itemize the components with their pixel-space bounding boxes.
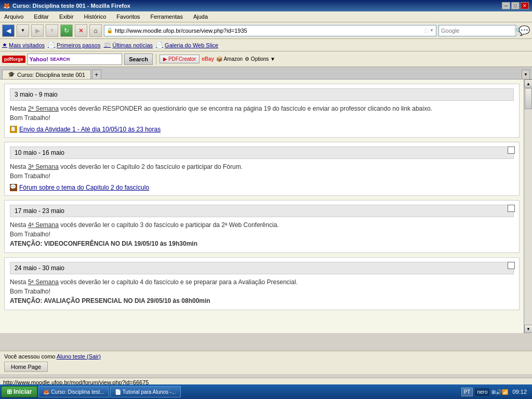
videoconference-notice: ATENÇÃO: VIDEOCONFERÊNCIA NO DIA 19/05/1… (10, 240, 197, 247)
menu-favoritos[interactable]: Favoritos (114, 12, 142, 21)
back-button[interactable]: ◀ (2, 24, 15, 37)
options-button[interactable]: ⚙ Options ▼ (245, 56, 275, 62)
section-week4-content: Nesta 4ª Semana vocês deverão ler o capí… (10, 220, 514, 248)
fav-primeiros-passos[interactable]: 📄 Primeiros passos (48, 42, 100, 48)
toolbar: pdfforge Yahoo! SEARCH Search ▶ PDFCreat… (0, 51, 532, 67)
menu-ajuda[interactable]: Ajuda (191, 12, 210, 21)
forward-dropdown[interactable]: ▼ (46, 24, 58, 37)
yahoo-search-box[interactable]: Yahoo! SEARCH (28, 54, 123, 65)
section-week4-checkbox[interactable] (508, 205, 515, 212)
fav-star-icon: ★ (2, 42, 7, 48)
fav-page-icon-1: 📄 (48, 42, 55, 48)
week-label-2: 2ª Semana (28, 105, 59, 112)
pdf-creator-button[interactable]: ▶ PDFCreator (159, 55, 200, 63)
section-week2-link-row: 📋 Envio da Atividade 1 - Até dia 10/05/1… (10, 126, 514, 133)
yahoo-search-button[interactable]: Search (124, 54, 153, 65)
toolbar-separator-1 (156, 54, 156, 64)
window-controls[interactable]: ─ □ ✕ (502, 2, 529, 9)
section-week4: 17 maio - 23 maio Nesta 4ª Semana vocês … (4, 200, 520, 253)
favorites-bar: ★ Mais visitados 📄 Primeiros passos 📰 Úl… (0, 39, 532, 51)
section-week2: 3 maio - 9 maio Nesta 2ª Semana vocês de… (4, 84, 520, 138)
page-content: 3 maio - 9 maio Nesta 2ª Semana vocês de… (0, 79, 532, 316)
new-tab-button[interactable]: + (92, 70, 101, 79)
home-button[interactable]: ⌂ (89, 24, 102, 37)
address-bar[interactable]: 🔒 ☆ ▼ (104, 25, 436, 36)
back-dropdown[interactable]: ▼ (17, 24, 29, 37)
section-week3-link-row: 💬 Fórum sobre o tema do Capítulo 2 do fa… (10, 184, 514, 191)
menu-bar: Arquivo Editar Exibir Histórico Favorito… (0, 11, 532, 22)
forum-link-icon: 💬 (10, 184, 17, 191)
section-week3-checkbox[interactable] (508, 147, 515, 154)
section-week4-header: 17 maio - 23 maio (10, 205, 514, 217)
fav-mais-visitados[interactable]: ★ Mais visitados (2, 42, 45, 48)
activity-link-icon: 📋 (10, 126, 17, 133)
tab-list-button[interactable]: ▼ (522, 70, 530, 79)
url-input[interactable] (115, 28, 423, 34)
forum-link[interactable]: Fórum sobre o tema do Capítulo 2 do fasc… (19, 184, 149, 191)
section-week3-content: Nesta 3ª Semana vocês deverão ler o Capí… (10, 162, 514, 181)
section-week5: 24 maio - 30 maio Nesta 5ª Semana vocês … (4, 257, 520, 310)
week-label-3: 3ª Semana (28, 163, 59, 170)
fav-ultimas-noticias[interactable]: 📰 Últimas notícias (103, 42, 153, 48)
scroll-up-button[interactable]: ▲ (524, 79, 532, 88)
menu-exibir[interactable]: Exibir (57, 12, 76, 21)
ebay-button[interactable]: eBay (202, 56, 214, 62)
section-week3-header: 10 maio - 16 maio (10, 147, 514, 159)
url-dropdown[interactable]: ▼ (430, 28, 434, 33)
fav-galeria[interactable]: 📄 Galeria do Web Slice (156, 42, 218, 48)
scroll-down-button[interactable]: ▼ (524, 325, 532, 333)
section-week5-content: Nesta 5ª Semana vocês deverão ler o capí… (10, 277, 514, 305)
firefox-icon: 🦊 (3, 3, 10, 9)
window-title: 🦊 Curso: Disciplina teste 001 - Mozilla … (3, 3, 130, 9)
menu-historico[interactable]: Histórico (82, 12, 109, 21)
fav-page-icon-2: 📄 (156, 42, 163, 48)
section-week2-content: Nesta 2ª Semana vocês deverão RESPONDER … (10, 104, 514, 123)
yahoo-search-label: SEARCH (50, 57, 70, 62)
page-icon: 🔒 (107, 28, 113, 33)
week-label-4: 4ª Semana (28, 221, 59, 229)
skype-icon[interactable]: 💬 (518, 25, 530, 36)
maximize-button[interactable]: □ (511, 2, 520, 9)
search-bar[interactable]: 🔍 (438, 25, 516, 36)
content-area: 3 maio - 9 maio Nesta 2ª Semana vocês de… (0, 79, 532, 333)
reload-button[interactable]: ↻ (60, 24, 73, 37)
stop-button[interactable]: ✕ (75, 24, 87, 37)
section-week2-header: 3 maio - 9 maio (10, 88, 514, 101)
close-button[interactable]: ✕ (521, 2, 529, 9)
gear-icon: ⚙ (245, 56, 249, 62)
section-week3: 10 maio - 16 maio Nesta 3ª Semana vocês … (4, 142, 520, 196)
presencial-notice: ATENÇÃO: AVALIAÇÃO PRESENCIAL NO DIA 29/… (10, 297, 210, 304)
menu-ferramentas[interactable]: Ferramentas (149, 12, 185, 21)
tab-bar: 🎓 Curso: Disciplina teste 001 + ▼ (0, 67, 532, 79)
title-bar: 🦊 Curso: Disciplina teste 001 - Mozilla … (0, 0, 532, 11)
bookmark-star[interactable]: ☆ (423, 26, 430, 35)
yahoo-logo: Yahoo! (28, 56, 50, 62)
scrollbar[interactable]: ▲ ▼ (524, 79, 532, 333)
fav-news-icon: 📰 (103, 42, 111, 48)
section-week5-checkbox[interactable] (508, 262, 515, 269)
section-week5-header: 24 maio - 30 maio (10, 262, 514, 274)
scroll-thumb[interactable] (525, 88, 532, 109)
forward-button[interactable]: ▶ (31, 24, 44, 37)
amazon-icon: 📦 (216, 56, 222, 62)
nav-bar: ◀ ▼ ▶ ▼ ↻ ✕ ⌂ 🔒 ☆ ▼ 🔍 💬 (0, 22, 532, 39)
yahoo-search-input[interactable] (70, 56, 122, 62)
scroll-track (524, 88, 532, 325)
week-label-5: 5ª Semana (28, 278, 59, 286)
minimize-button[interactable]: ─ (502, 2, 510, 9)
menu-arquivo[interactable]: Arquivo (2, 12, 25, 21)
menu-editar[interactable]: Editar (32, 12, 51, 21)
active-tab[interactable]: 🎓 Curso: Disciplina teste 001 (2, 70, 91, 79)
activity-link[interactable]: Envio da Atividade 1 - Até dia 10/05/10 … (19, 126, 161, 133)
amazon-button[interactable]: 📦 Amazon (216, 56, 243, 62)
pdfforge-logo: pdfforge (2, 56, 25, 63)
pdf-icon: ▶ (163, 56, 167, 62)
search-input[interactable] (439, 28, 515, 34)
tab-icon: 🎓 (8, 71, 15, 78)
